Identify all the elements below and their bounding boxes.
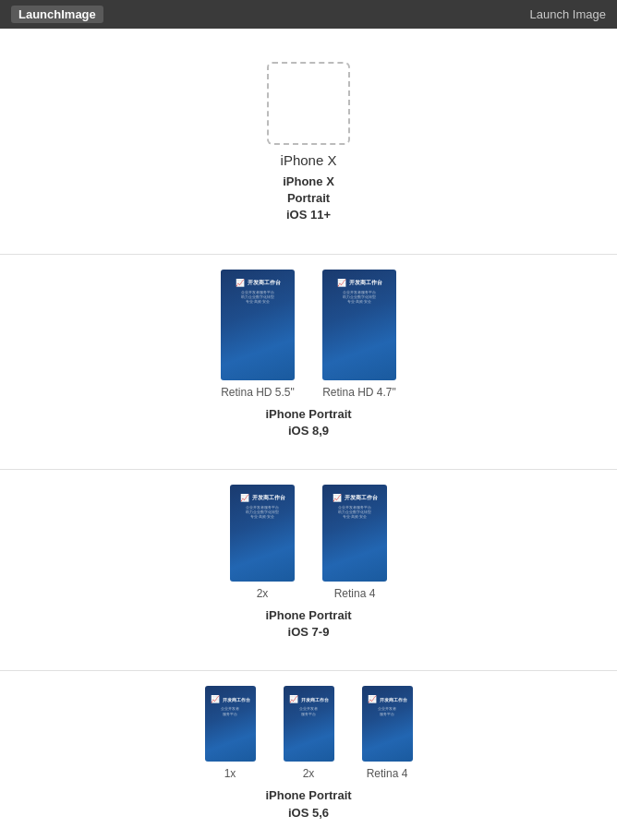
ios56-images-row: 📈 开发商工作台 企业开发者服务平台 1x 📈 开发商工作台 企业开发者服务平台… <box>205 686 413 780</box>
launch-image-retina4-b: 📈 开发商工作台 企业开发者服务平台 <box>362 686 413 762</box>
top-bar-left-label: LaunchImage <box>11 6 103 23</box>
image-label-2x-b: 2x <box>303 767 315 780</box>
section-ios79: 📈 开发商工作台 企业开发者服务平台助力企业数字化转型专业·高效·安全 2x 📈… <box>0 470 617 671</box>
top-bar-right-label: Launch Image <box>530 7 606 21</box>
launch-image-1x: 📈 开发商工作台 企业开发者服务平台 <box>205 686 256 762</box>
ios56-subtitle: iPhone PortraitiOS 5,6 <box>265 787 351 821</box>
image-item-1x[interactable]: 📈 开发商工作台 企业开发者服务平台 1x <box>205 686 256 780</box>
launch-image-2x: 📈 开发商工作台 企业开发者服务平台助力企业数字化转型专业·高效·安全 <box>230 485 295 582</box>
logo-icon-3: 📈 <box>240 494 249 502</box>
logo-icon-2: 📈 <box>337 279 346 287</box>
ios79-images-row: 📈 开发商工作台 企业开发者服务平台助力企业数字化转型专业·高效·安全 2x 📈… <box>230 485 387 600</box>
ios89-images-row: 📈 开发商工作台 企业开发者服务平台助力企业数字化转型专业·高效·安全 Reti… <box>221 270 396 399</box>
launch-image-retina4: 📈 开发商工作台 企业开发者服务平台助力企业数字化转型专业·高效·安全 <box>322 485 387 582</box>
image-label-retina4-b: Retina 4 <box>367 767 408 780</box>
image-item-2x[interactable]: 📈 开发商工作台 企业开发者服务平台助力企业数字化转型专业·高效·安全 2x <box>230 485 295 600</box>
iphone-x-placeholder[interactable] <box>267 62 350 145</box>
image-label-retina4: Retina 4 <box>334 587 376 600</box>
image-item-2x-b[interactable]: 📈 开发商工作台 企业开发者服务平台 2x <box>284 686 334 780</box>
top-bar: LaunchImage Launch Image <box>0 0 617 29</box>
launch-image-retina47: 📈 开发商工作台 企业开发者服务平台助力企业数字化转型专业·高效·安全 <box>322 270 396 380</box>
ios79-subtitle: iPhone PortraitiOS 7-9 <box>265 607 351 641</box>
main-content: iPhone X iPhone XPortraitiOS 11+ 📈 开发商工作… <box>0 29 617 840</box>
logo-icon-5: 📈 <box>211 695 220 703</box>
image-item-retina4-b[interactable]: 📈 开发商工作台 企业开发者服务平台 Retina 4 <box>362 686 413 780</box>
image-item-retina4[interactable]: 📈 开发商工作台 企业开发者服务平台助力企业数字化转型专业·高效·安全 Reti… <box>322 485 387 600</box>
logo-icon-1: 📈 <box>236 279 245 287</box>
section-ios89: 📈 开发商工作台 企业开发者服务平台助力企业数字化转型专业·高效·安全 Reti… <box>0 255 617 470</box>
image-item-retina55[interactable]: 📈 开发商工作台 企业开发者服务平台助力企业数字化转型专业·高效·安全 Reti… <box>221 270 295 399</box>
logo-icon-4: 📈 <box>333 494 342 502</box>
iphone-x-device-label: iPhone X <box>281 152 337 168</box>
image-label-retina47: Retina HD 4.7" <box>322 386 396 399</box>
iphone-x-subtitle: iPhone XPortraitiOS 11+ <box>283 174 334 224</box>
section-ios56: 📈 开发商工作台 企业开发者服务平台 1x 📈 开发商工作台 企业开发者服务平台… <box>0 671 617 840</box>
launch-image-2x-b: 📈 开发商工作台 企业开发者服务平台 <box>284 686 334 762</box>
logo-icon-6: 📈 <box>289 695 298 703</box>
image-item-retina47[interactable]: 📈 开发商工作台 企业开发者服务平台助力企业数字化转型专业·高效·安全 Reti… <box>322 270 396 399</box>
section-iphone-x: iPhone X iPhone XPortraitiOS 11+ <box>0 47 617 255</box>
image-label-retina55: Retina HD 5.5" <box>221 386 295 399</box>
image-label-1x: 1x <box>224 767 236 780</box>
logo-icon-7: 📈 <box>368 695 377 703</box>
image-label-2x: 2x <box>257 587 269 600</box>
launch-image-retina55: 📈 开发商工作台 企业开发者服务平台助力企业数字化转型专业·高效·安全 <box>221 270 295 380</box>
ios89-subtitle: iPhone PortraitiOS 8,9 <box>265 406 351 439</box>
